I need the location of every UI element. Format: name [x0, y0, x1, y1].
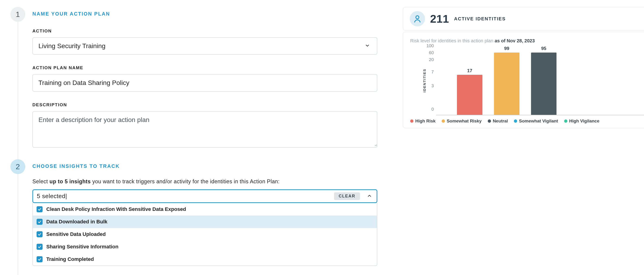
legend-dot-icon	[564, 120, 568, 123]
dropdown-item-label: Data Downloaded in Bulk	[46, 219, 108, 225]
bar-slot: 17	[457, 46, 482, 115]
checkbox-icon[interactable]	[36, 244, 42, 250]
y-tick: 3	[431, 83, 434, 88]
checkbox-icon[interactable]	[36, 231, 42, 237]
step-connector	[18, 22, 18, 159]
legend-item: Somewhat Vigilant	[514, 118, 558, 124]
checkbox-icon[interactable]	[36, 219, 42, 225]
legend-label: Somewhat Risky	[447, 118, 482, 124]
dropdown-item[interactable]: Clean Desk Policy Infraction With Sensit…	[33, 203, 377, 216]
y-tick: 100	[426, 43, 434, 48]
plan-name-label: ACTION PLAN NAME	[32, 65, 377, 70]
legend-item: High Risk	[410, 118, 436, 124]
legend-label: High Vigilance	[569, 118, 600, 124]
action-label: ACTION	[32, 28, 377, 34]
dropdown-item[interactable]: Sensitive Data Uploaded	[33, 228, 377, 240]
plan-name-input[interactable]	[33, 74, 377, 91]
insights-instruction: Select up to 5 insights you want to trac…	[32, 178, 377, 185]
clear-button[interactable]: CLEAR	[334, 192, 360, 200]
step-badge-1: 1	[10, 7, 25, 22]
bar-slot: 99	[494, 46, 520, 115]
checkbox-icon[interactable]	[36, 206, 42, 212]
multiselect-value: 5 selected|	[36, 192, 332, 200]
risk-chart-card: Risk level for identities in this action…	[403, 32, 644, 128]
legend-item: High Vigilance	[564, 118, 600, 124]
legend-dot-icon	[488, 120, 491, 123]
chart-bars: 179995	[436, 46, 644, 115]
chart-plot: 1006020730 179995	[436, 46, 644, 115]
legend-dot-icon	[514, 120, 517, 123]
y-tick: 20	[429, 57, 434, 62]
description-wrap[interactable]	[32, 111, 377, 148]
chevron-up-icon[interactable]	[367, 193, 372, 199]
user-icon	[410, 11, 425, 26]
dropdown-item-label: Training Completed	[46, 256, 94, 262]
svg-point-0	[416, 16, 419, 19]
legend-dot-icon	[442, 120, 445, 123]
description-label: DESCRIPTION	[32, 102, 377, 108]
active-identities-card: 211 ACTIVE IDENTITIES	[403, 7, 644, 30]
bar	[457, 75, 482, 115]
dropdown-item[interactable]: Data Downloaded in Bulk	[33, 216, 377, 228]
legend-item: Somewhat Risky	[442, 118, 482, 124]
bar-value: 99	[504, 46, 509, 51]
bar-value: 95	[541, 46, 546, 51]
legend-label: Somewhat Vigilant	[519, 118, 558, 124]
bar	[494, 52, 520, 115]
insights-multiselect[interactable]: 5 selected| CLEAR	[32, 189, 377, 203]
chart-subtitle: Risk level for identities in this action…	[410, 38, 644, 44]
legend-label: High Risk	[415, 118, 436, 124]
y-tick: 60	[429, 50, 434, 55]
step-1-title: NAME YOUR ACTION PLAN	[32, 7, 377, 17]
checkbox-icon[interactable]	[36, 256, 42, 262]
bar-value: 17	[467, 68, 472, 74]
step-badge-2: 2	[10, 159, 25, 174]
y-tick: 0	[431, 107, 434, 112]
summary-column: 211 ACTIVE IDENTITIES Risk level for ide…	[403, 7, 644, 275]
action-select-input[interactable]: Living Security Training	[33, 38, 377, 54]
dropdown-item-label: Clean Desk Policy Infraction With Sensit…	[46, 206, 186, 212]
step-1: 1 NAME YOUR ACTION PLAN ACTION Living Se…	[5, 7, 377, 159]
y-tick: 7	[431, 70, 434, 74]
dropdown-item[interactable]: Training Completed	[33, 253, 377, 266]
action-select[interactable]: Living Security Training	[32, 37, 377, 55]
chart-legend: High RiskSomewhat RiskyNeutralSomewhat V…	[410, 118, 644, 124]
chart-area: IDENTITIES 1006020730 179995	[410, 46, 644, 115]
insights-dropdown: Clean Desk Policy Infraction With Sensit…	[32, 203, 377, 266]
y-ticks: 1006020730	[420, 46, 434, 115]
identity-label: ACTIVE IDENTITIES	[454, 16, 506, 22]
dropdown-item-label: Sensitive Data Uploaded	[46, 231, 106, 237]
legend-dot-icon	[410, 120, 414, 123]
dropdown-item[interactable]: Sharing Sensitive Information	[33, 240, 377, 253]
step-2: 2 CHOOSE INSIGHTS TO TRACK Select up to …	[5, 159, 377, 275]
step-connector	[18, 174, 18, 275]
legend-item: Neutral	[488, 118, 508, 124]
description-input[interactable]	[33, 112, 377, 146]
bar-slot: 95	[531, 46, 556, 115]
legend-label: Neutral	[493, 118, 508, 124]
plan-name-input-wrap[interactable]	[32, 74, 377, 92]
bar	[531, 52, 556, 115]
identity-count: 211	[430, 12, 449, 25]
dropdown-item-label: Sharing Sensitive Information	[46, 244, 118, 250]
step-2-title: CHOOSE INSIGHTS TO TRACK	[32, 159, 377, 169]
form-column: 1 NAME YOUR ACTION PLAN ACTION Living Se…	[5, 7, 377, 275]
